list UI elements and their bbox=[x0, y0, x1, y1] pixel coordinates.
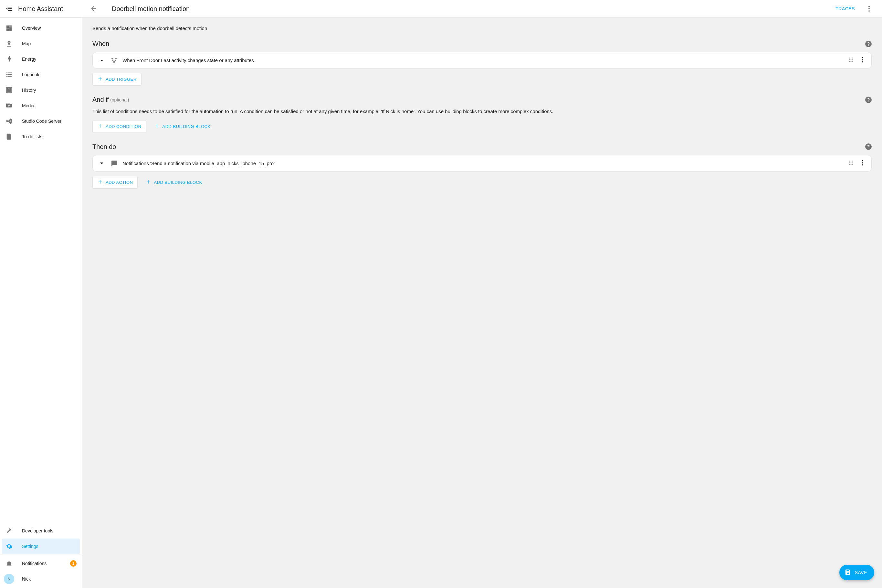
main: Doorbell motion notification TRACES Send… bbox=[82, 0, 882, 588]
back-button[interactable] bbox=[87, 2, 100, 15]
sidebar-item-settings[interactable]: Settings bbox=[2, 538, 80, 554]
bell-icon bbox=[5, 560, 13, 567]
app-root: Home Assistant Overview Map Energy Logbo… bbox=[0, 0, 882, 588]
trigger-label: When Front Door Last activity changes st… bbox=[123, 57, 843, 63]
sidebar-item-todo[interactable]: To-do lists bbox=[0, 129, 82, 144]
app-title: Home Assistant bbox=[18, 5, 63, 13]
sidebar: Home Assistant Overview Map Energy Logbo… bbox=[0, 0, 82, 588]
avatar: N bbox=[4, 574, 14, 584]
hammer-icon bbox=[5, 527, 13, 535]
topbar-overflow-button[interactable] bbox=[862, 2, 876, 15]
nav-label: History bbox=[22, 87, 36, 93]
action-row[interactable]: Notifications 'Send a notification via m… bbox=[93, 155, 872, 171]
nav-label: Media bbox=[22, 103, 34, 108]
trigger-overflow-button[interactable] bbox=[859, 56, 866, 64]
gear-icon bbox=[5, 543, 13, 550]
sidebar-item-energy[interactable]: Energy bbox=[0, 51, 82, 67]
drag-handle-icon[interactable] bbox=[848, 159, 855, 167]
section-and-if: And if (optional) ? This list of conditi… bbox=[92, 96, 872, 133]
button-label: ADD TRIGGER bbox=[106, 77, 136, 82]
help-icon[interactable]: ? bbox=[865, 97, 872, 103]
save-button[interactable]: SAVE bbox=[839, 565, 874, 580]
nav-label: To-do lists bbox=[22, 134, 42, 139]
traces-button[interactable]: TRACES bbox=[833, 3, 858, 14]
action-label: Notifications 'Send a notification via m… bbox=[123, 160, 843, 166]
save-icon bbox=[844, 568, 852, 577]
menu-collapse-icon[interactable] bbox=[5, 5, 13, 13]
button-label: ADD BUILDING BLOCK bbox=[154, 180, 202, 185]
chevron-down-icon[interactable] bbox=[98, 57, 106, 64]
and-if-helptext: This list of conditions needs to be sati… bbox=[92, 108, 872, 115]
plus-icon bbox=[97, 123, 103, 130]
sidebar-item-studio-code[interactable]: Studio Code Server bbox=[0, 113, 82, 129]
sidebar-item-media[interactable]: Media bbox=[0, 98, 82, 113]
help-icon[interactable]: ? bbox=[865, 144, 872, 150]
add-trigger-button[interactable]: ADD TRIGGER bbox=[92, 73, 141, 86]
button-label: ADD CONDITION bbox=[106, 124, 141, 129]
section-title: When bbox=[92, 40, 109, 48]
action-overflow-button[interactable] bbox=[859, 159, 866, 167]
logbook-icon bbox=[5, 71, 13, 78]
section-header-and-if: And if (optional) ? bbox=[92, 96, 872, 104]
sidebar-item-user[interactable]: N Nick bbox=[0, 571, 82, 587]
sidebar-item-logbook[interactable]: Logbook bbox=[0, 67, 82, 82]
plus-icon bbox=[146, 179, 151, 186]
todo-icon bbox=[5, 133, 13, 141]
add-building-block-button[interactable]: ADD BUILDING BLOCK bbox=[141, 176, 207, 189]
message-icon bbox=[110, 159, 118, 167]
nav-label: Studio Code Server bbox=[22, 118, 62, 124]
nav-label: Notifications bbox=[22, 561, 46, 566]
topbar: Doorbell motion notification TRACES bbox=[82, 0, 882, 18]
add-building-block-button[interactable]: ADD BUILDING BLOCK bbox=[150, 120, 215, 133]
sidebar-header: Home Assistant bbox=[0, 0, 82, 18]
history-icon bbox=[5, 86, 13, 94]
section-title: And if bbox=[92, 96, 109, 104]
section-title: Then do bbox=[92, 143, 116, 150]
add-condition-button[interactable]: ADD CONDITION bbox=[92, 120, 146, 133]
sidebar-item-notifications[interactable]: Notifications 1 bbox=[0, 556, 82, 571]
nav-label: Developer tools bbox=[22, 528, 53, 533]
trigger-card: When Front Door Last activity changes st… bbox=[92, 52, 872, 69]
sidebar-item-history[interactable]: History bbox=[0, 82, 82, 98]
button-label: ADD BUILDING BLOCK bbox=[162, 124, 211, 129]
add-action-button[interactable]: ADD ACTION bbox=[92, 176, 138, 189]
section-header-then-do: Then do ? bbox=[92, 143, 872, 150]
section-when: When ? When Front Door Last activity cha… bbox=[92, 40, 872, 86]
trigger-row[interactable]: When Front Door Last activity changes st… bbox=[93, 52, 872, 68]
nav-label: Energy bbox=[22, 57, 36, 62]
sidebar-nav: Overview Map Energy Logbook History Medi… bbox=[0, 18, 82, 523]
content: Sends a notification when the doorbell d… bbox=[82, 18, 882, 588]
notifications-badge: 1 bbox=[70, 560, 76, 567]
plus-icon bbox=[97, 76, 103, 83]
energy-icon bbox=[5, 55, 13, 63]
sidebar-bottom: Notifications 1 N Nick bbox=[0, 554, 82, 588]
button-label: ADD ACTION bbox=[106, 180, 133, 185]
sidebar-item-overview[interactable]: Overview bbox=[0, 20, 82, 36]
help-icon[interactable]: ? bbox=[865, 41, 872, 47]
state-change-icon bbox=[110, 57, 118, 64]
nav-label: Overview bbox=[22, 26, 41, 31]
section-header-when: When ? bbox=[92, 40, 872, 48]
optional-hint: (optional) bbox=[110, 97, 129, 102]
section-then-do: Then do ? Notifications 'Send a notifica… bbox=[92, 143, 872, 189]
sidebar-item-map[interactable]: Map bbox=[0, 36, 82, 51]
plus-icon bbox=[97, 179, 103, 186]
save-label: SAVE bbox=[855, 570, 867, 575]
sidebar-tools: Developer tools Settings bbox=[0, 523, 82, 554]
vscode-icon bbox=[5, 117, 13, 125]
user-name: Nick bbox=[22, 576, 31, 582]
chevron-down-icon[interactable] bbox=[98, 159, 106, 167]
page-title: Doorbell motion notification bbox=[112, 5, 190, 13]
drag-handle-icon[interactable] bbox=[848, 56, 855, 64]
nav-label: Map bbox=[22, 41, 31, 46]
nav-label: Settings bbox=[22, 544, 39, 549]
action-card: Notifications 'Send a notification via m… bbox=[92, 155, 872, 171]
nav-label: Logbook bbox=[22, 72, 39, 77]
media-icon bbox=[5, 102, 13, 110]
map-icon bbox=[5, 40, 13, 48]
plus-icon bbox=[154, 123, 160, 130]
automation-description: Sends a notification when the doorbell d… bbox=[92, 26, 872, 31]
sidebar-item-developer-tools[interactable]: Developer tools bbox=[0, 523, 82, 538]
overview-icon bbox=[5, 24, 13, 32]
